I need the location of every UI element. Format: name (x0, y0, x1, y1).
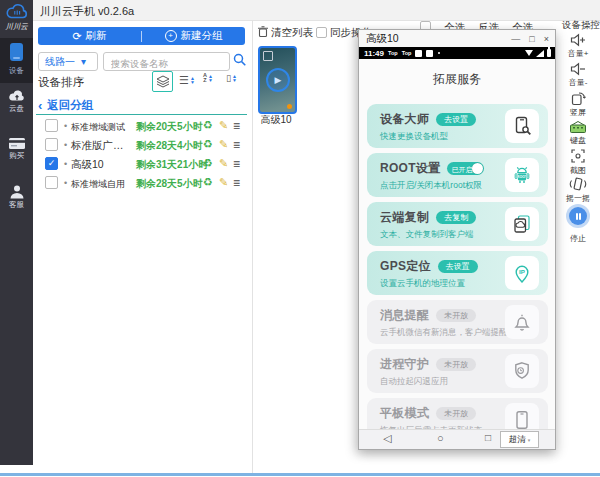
device-checkbox-checked[interactable]: ✓ (45, 157, 58, 170)
not-open-pill: 未开放 (436, 309, 476, 322)
stop-button[interactable]: 停止 (556, 204, 600, 244)
chevron-left-icon: ‹ (38, 98, 42, 113)
service-card-tablet-mode[interactable]: 平板模式 未开放 恢复出厂后需点击更新状态 (367, 398, 548, 432)
back-to-groups-link[interactable]: ‹ 返回分组 (38, 98, 93, 113)
sidebar-item-cloud-disk[interactable]: 云盘 (0, 88, 33, 114)
minimize-icon[interactable]: — (511, 34, 520, 44)
thumbnail-checkbox[interactable] (263, 51, 273, 61)
play-icon[interactable]: ▶ (266, 68, 290, 92)
shake-button[interactable]: 摇一摇 (556, 176, 600, 204)
go-settings-pill[interactable]: 去设置 (438, 260, 478, 273)
caret-icon: ▾ (528, 437, 531, 443)
screenshot-button[interactable]: 截图 (556, 148, 600, 176)
device-master-icon (505, 109, 539, 143)
search-icon[interactable] (233, 53, 247, 67)
device-thumbnail[interactable]: ▶ (258, 46, 297, 114)
refresh-icon: ⟳ (72, 30, 81, 43)
more-menu-icon[interactable]: ≡ (233, 157, 240, 171)
search-input[interactable] (109, 55, 225, 72)
clear-list-icon[interactable] (257, 25, 269, 38)
root-toggle-on[interactable]: 已开启 (447, 162, 484, 175)
sort-group-button[interactable] (152, 71, 173, 92)
screenshot-icon (570, 148, 586, 164)
renew-icon[interactable]: ♻ (203, 176, 213, 189)
edit-icon[interactable]: ✎ (219, 176, 228, 189)
phone-screen: 拓展服务 设备大师 去设置 快速更换设备机型 (359, 59, 555, 432)
sort-by-time-button[interactable]: ▯ ▲▼ (226, 73, 237, 83)
phone-titlebar[interactable]: 高级10 — □ × (359, 30, 555, 48)
up-down-arrows-icon: ▲▼ (232, 74, 237, 83)
sidebar-item-support[interactable]: 客服 (0, 185, 33, 210)
gps-pin-icon: IP (505, 256, 539, 290)
go-settings-pill[interactable]: 去设置 (436, 113, 476, 126)
select-label[interactable]: 全选 (512, 21, 533, 29)
refresh-button[interactable]: ⟳ 刷新 (38, 27, 141, 45)
edit-icon[interactable]: ✎ (219, 119, 228, 132)
edit-icon[interactable]: ✎ (219, 138, 228, 151)
plus-icon: + (165, 30, 177, 42)
sort-alphabetical-button[interactable]: AZ ▲▼ (203, 73, 213, 83)
wifi-icon (525, 50, 533, 56)
sync-ops-checkbox[interactable] (316, 27, 327, 38)
thumbnail-label: 高级10 (256, 113, 296, 127)
more-menu-icon[interactable]: ≡ (233, 138, 240, 152)
sort-by-list-button[interactable]: ☰ ▲▼ (179, 73, 195, 87)
bullet-icon: • (64, 121, 67, 131)
bullet-icon: • (64, 140, 67, 150)
selection-bar: 全选 反选 全选 (420, 21, 552, 29)
device-row: • 标准增域自用 剩余28天5小时 ♻ ✎ ≡ (38, 174, 248, 193)
phone-title: 高级10 (366, 32, 399, 46)
renew-icon[interactable]: ♻ (203, 157, 213, 170)
device-row: • 标准版广… 剩余28天4小时 ♻ ✎ ≡ (38, 136, 248, 155)
sidebar-item-devices[interactable]: 设备 (0, 38, 33, 83)
keyboard-button[interactable]: 键盘 (556, 120, 600, 146)
svg-text:IP: IP (519, 268, 525, 275)
rotate-screen-button[interactable]: 竖屏 (556, 91, 600, 118)
service-card-device-master[interactable]: 设备大师 去设置 快速更换设备机型 (367, 104, 548, 148)
invert-select-label[interactable]: 反选 (478, 21, 499, 29)
edit-icon[interactable]: ✎ (219, 157, 228, 170)
renew-icon[interactable]: ♻ (203, 119, 213, 132)
service-card-message[interactable]: 消息提醒 未开放 云手机微信有新消息，客户端提醒 (367, 300, 548, 344)
toggle-knob (472, 163, 483, 174)
go-copy-pill[interactable]: 去复制 (436, 211, 476, 224)
not-open-pill: 未开放 (436, 358, 476, 371)
device-checkbox[interactable] (45, 138, 58, 151)
nav-recent-icon[interactable]: □ (485, 432, 491, 443)
service-card-gps[interactable]: GPS定位 去设置 设置云手机的地理位置 IP (367, 251, 548, 295)
nav-back-icon[interactable]: ◁ (383, 432, 391, 445)
sort-label: 设备排序 (38, 75, 84, 90)
bar-icon: ▯ (226, 73, 231, 83)
cloud-logo-icon (4, 3, 30, 21)
device-checkbox[interactable] (45, 176, 58, 189)
status-dot (287, 104, 292, 109)
volume-up-button[interactable]: 音量+ (556, 33, 600, 59)
service-card-cloud-copy[interactable]: 云端复制 去复制 文本、文件复制到客户端 (367, 202, 548, 246)
nav-home-icon[interactable]: ○ (437, 432, 444, 444)
more-menu-icon[interactable]: ≡ (233, 176, 240, 190)
renew-icon[interactable]: ♻ (203, 138, 213, 151)
more-menu-icon[interactable]: ≡ (233, 119, 240, 133)
select-all-label[interactable]: 全选 (444, 21, 465, 29)
window-bottom-border (0, 473, 600, 476)
credit-card-icon (8, 137, 26, 150)
sidebar-item-purchase[interactable]: 购买 (0, 137, 33, 161)
logo-text: 川川云 (0, 22, 33, 32)
volume-down-button[interactable]: 音量- (556, 62, 600, 88)
new-group-button[interactable]: + 新建分组 (142, 27, 245, 45)
clear-list-button[interactable]: 清空列表 (271, 26, 313, 40)
phone-toolbar: 音量+ 音量- 竖屏 键盘 (556, 28, 600, 468)
close-icon[interactable]: × (544, 34, 549, 44)
line-select-dropdown[interactable]: 线路一 ▾ (38, 52, 98, 71)
quality-selector[interactable]: 超清▾ (500, 431, 539, 448)
service-card-root[interactable]: ROOT设置 已开启 点击开启/关闭本机root权限 ROOT (367, 153, 548, 197)
android-root-icon: ROOT (505, 158, 539, 192)
up-down-arrows-icon: ▲▼ (208, 74, 213, 83)
device-checkbox[interactable] (45, 119, 58, 132)
divider (36, 114, 247, 115)
service-card-process-guard[interactable]: 进程守护 未开放 自动拉起闪退应用 (367, 349, 548, 393)
keyboard-icon (569, 120, 587, 134)
maximize-icon[interactable]: □ (529, 34, 534, 44)
action-bar: ⟳ 刷新 + 新建分组 (38, 27, 245, 45)
select-all-checkbox[interactable] (420, 21, 431, 29)
